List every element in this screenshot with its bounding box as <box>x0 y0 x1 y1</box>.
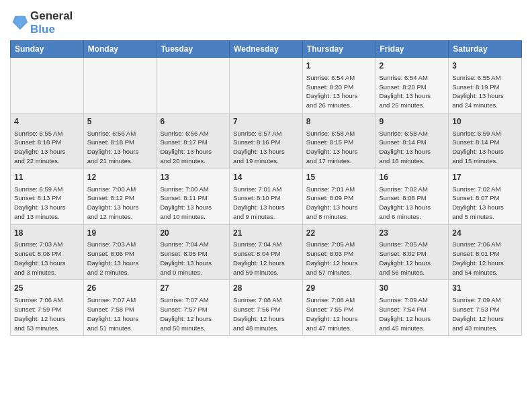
day-cell: 17Sunrise: 7:02 AM Sunset: 8:07 PM Dayli… <box>449 169 522 224</box>
day-cell: 13Sunrise: 7:00 AM Sunset: 8:11 PM Dayli… <box>157 169 230 224</box>
week-row-1: 1Sunrise: 6:54 AM Sunset: 8:20 PM Daylig… <box>11 58 522 113</box>
day-cell: 21Sunrise: 7:04 AM Sunset: 8:04 PM Dayli… <box>230 224 303 280</box>
day-info: Sunrise: 7:07 AM Sunset: 7:58 PM Dayligh… <box>87 295 153 332</box>
day-cell: 1Sunrise: 6:54 AM Sunset: 8:20 PM Daylig… <box>302 58 375 113</box>
day-number: 16 <box>380 172 445 183</box>
day-info: Sunrise: 7:06 AM Sunset: 8:01 PM Dayligh… <box>452 240 518 277</box>
day-number: 29 <box>306 283 372 294</box>
day-info: Sunrise: 7:08 AM Sunset: 7:56 PM Dayligh… <box>233 295 299 332</box>
day-info: Sunrise: 7:09 AM Sunset: 7:53 PM Dayligh… <box>452 295 518 332</box>
day-number: 15 <box>306 172 372 183</box>
day-number: 23 <box>380 228 445 239</box>
header-cell-thursday: Thursday <box>302 41 375 58</box>
header-cell-sunday: Sunday <box>11 41 84 58</box>
logo-text: General Blue <box>30 9 73 36</box>
day-number: 7 <box>233 116 299 128</box>
day-number: 13 <box>160 172 226 183</box>
day-cell: 3Sunrise: 6:55 AM Sunset: 8:19 PM Daylig… <box>449 58 522 113</box>
day-number: 22 <box>306 228 372 239</box>
logo-icon <box>10 13 29 32</box>
day-number: 25 <box>14 283 80 294</box>
day-info: Sunrise: 6:55 AM Sunset: 8:18 PM Dayligh… <box>14 129 80 166</box>
day-info: Sunrise: 7:01 AM Sunset: 8:10 PM Dayligh… <box>233 185 299 222</box>
day-cell: 28Sunrise: 7:08 AM Sunset: 7:56 PM Dayli… <box>230 280 303 336</box>
day-info: Sunrise: 7:03 AM Sunset: 8:06 PM Dayligh… <box>87 240 153 277</box>
day-number: 8 <box>306 116 372 128</box>
day-number: 2 <box>380 60 445 72</box>
day-cell: 7Sunrise: 6:57 AM Sunset: 8:16 PM Daylig… <box>230 113 303 169</box>
day-cell: 5Sunrise: 6:56 AM Sunset: 8:18 PM Daylig… <box>83 113 157 169</box>
day-cell: 19Sunrise: 7:03 AM Sunset: 8:06 PM Dayli… <box>83 224 157 280</box>
day-number: 11 <box>14 172 80 183</box>
day-info: Sunrise: 7:06 AM Sunset: 7:59 PM Dayligh… <box>14 295 80 332</box>
day-cell: 29Sunrise: 7:08 AM Sunset: 7:55 PM Dayli… <box>302 280 375 336</box>
day-cell: 16Sunrise: 7:02 AM Sunset: 8:08 PM Dayli… <box>375 169 449 224</box>
day-number: 27 <box>160 283 226 294</box>
day-number: 31 <box>452 283 518 294</box>
day-number: 19 <box>87 228 153 239</box>
day-number: 10 <box>452 116 518 128</box>
day-info: Sunrise: 6:55 AM Sunset: 8:19 PM Dayligh… <box>452 73 518 110</box>
day-cell <box>157 58 230 113</box>
day-info: Sunrise: 7:00 AM Sunset: 8:12 PM Dayligh… <box>87 185 153 222</box>
day-number: 24 <box>452 228 518 239</box>
day-info: Sunrise: 6:56 AM Sunset: 8:18 PM Dayligh… <box>87 129 153 166</box>
day-info: Sunrise: 7:00 AM Sunset: 8:11 PM Dayligh… <box>160 185 226 222</box>
logo: General Blue <box>10 9 73 36</box>
day-number: 26 <box>87 283 153 294</box>
day-cell: 30Sunrise: 7:09 AM Sunset: 7:54 PM Dayli… <box>375 280 449 336</box>
day-info: Sunrise: 7:05 AM Sunset: 8:02 PM Dayligh… <box>380 240 445 277</box>
day-info: Sunrise: 7:08 AM Sunset: 7:55 PM Dayligh… <box>306 295 372 332</box>
day-cell: 11Sunrise: 6:59 AM Sunset: 8:13 PM Dayli… <box>11 169 84 224</box>
day-number: 17 <box>452 172 518 183</box>
day-info: Sunrise: 7:05 AM Sunset: 8:03 PM Dayligh… <box>306 240 372 277</box>
day-cell: 25Sunrise: 7:06 AM Sunset: 7:59 PM Dayli… <box>11 280 84 336</box>
header-cell-saturday: Saturday <box>449 41 522 58</box>
day-cell: 27Sunrise: 7:07 AM Sunset: 7:57 PM Dayli… <box>157 280 230 336</box>
day-cell <box>230 58 303 113</box>
header-cell-monday: Monday <box>83 41 157 58</box>
day-number: 18 <box>14 228 80 239</box>
header-cell-tuesday: Tuesday <box>157 41 230 58</box>
day-info: Sunrise: 7:02 AM Sunset: 8:07 PM Dayligh… <box>452 185 518 222</box>
day-number: 4 <box>14 116 80 128</box>
day-cell: 31Sunrise: 7:09 AM Sunset: 7:53 PM Dayli… <box>449 280 522 336</box>
day-cell: 10Sunrise: 6:59 AM Sunset: 8:14 PM Dayli… <box>449 113 522 169</box>
day-number: 3 <box>452 60 518 72</box>
day-cell: 22Sunrise: 7:05 AM Sunset: 8:03 PM Dayli… <box>302 224 375 280</box>
day-info: Sunrise: 7:04 AM Sunset: 8:05 PM Dayligh… <box>160 240 226 277</box>
day-number: 12 <box>87 172 153 183</box>
week-row-5: 25Sunrise: 7:06 AM Sunset: 7:59 PM Dayli… <box>11 280 522 336</box>
day-info: Sunrise: 6:57 AM Sunset: 8:16 PM Dayligh… <box>233 129 299 166</box>
day-number: 28 <box>233 283 299 294</box>
day-cell: 26Sunrise: 7:07 AM Sunset: 7:58 PM Dayli… <box>83 280 157 336</box>
day-info: Sunrise: 7:07 AM Sunset: 7:57 PM Dayligh… <box>160 295 226 332</box>
week-row-2: 4Sunrise: 6:55 AM Sunset: 8:18 PM Daylig… <box>11 113 522 169</box>
day-cell: 8Sunrise: 6:58 AM Sunset: 8:15 PM Daylig… <box>302 113 375 169</box>
day-info: Sunrise: 6:56 AM Sunset: 8:17 PM Dayligh… <box>160 129 226 166</box>
day-cell: 2Sunrise: 6:54 AM Sunset: 8:20 PM Daylig… <box>375 58 449 113</box>
day-cell: 24Sunrise: 7:06 AM Sunset: 8:01 PM Dayli… <box>449 224 522 280</box>
day-number: 9 <box>380 116 445 128</box>
day-info: Sunrise: 6:54 AM Sunset: 8:20 PM Dayligh… <box>380 73 445 110</box>
day-cell: 4Sunrise: 6:55 AM Sunset: 8:18 PM Daylig… <box>11 113 84 169</box>
day-cell: 14Sunrise: 7:01 AM Sunset: 8:10 PM Dayli… <box>230 169 303 224</box>
day-info: Sunrise: 7:02 AM Sunset: 8:08 PM Dayligh… <box>380 185 445 222</box>
day-number: 30 <box>380 283 445 294</box>
day-number: 21 <box>233 228 299 239</box>
week-row-3: 11Sunrise: 6:59 AM Sunset: 8:13 PM Dayli… <box>11 169 522 224</box>
header: General Blue <box>10 7 522 36</box>
day-number: 6 <box>160 116 226 128</box>
day-number: 20 <box>160 228 226 239</box>
day-info: Sunrise: 7:01 AM Sunset: 8:09 PM Dayligh… <box>306 185 372 222</box>
day-info: Sunrise: 7:09 AM Sunset: 7:54 PM Dayligh… <box>380 295 445 332</box>
day-cell: 6Sunrise: 6:56 AM Sunset: 8:17 PM Daylig… <box>157 113 230 169</box>
day-cell: 15Sunrise: 7:01 AM Sunset: 8:09 PM Dayli… <box>302 169 375 224</box>
day-info: Sunrise: 6:54 AM Sunset: 8:20 PM Dayligh… <box>306 73 372 110</box>
day-number: 1 <box>306 60 372 72</box>
day-cell: 18Sunrise: 7:03 AM Sunset: 8:06 PM Dayli… <box>11 224 84 280</box>
week-row-4: 18Sunrise: 7:03 AM Sunset: 8:06 PM Dayli… <box>11 224 522 280</box>
header-row: SundayMondayTuesdayWednesdayThursdayFrid… <box>11 41 522 58</box>
header-cell-wednesday: Wednesday <box>230 41 303 58</box>
day-cell: 20Sunrise: 7:04 AM Sunset: 8:05 PM Dayli… <box>157 224 230 280</box>
